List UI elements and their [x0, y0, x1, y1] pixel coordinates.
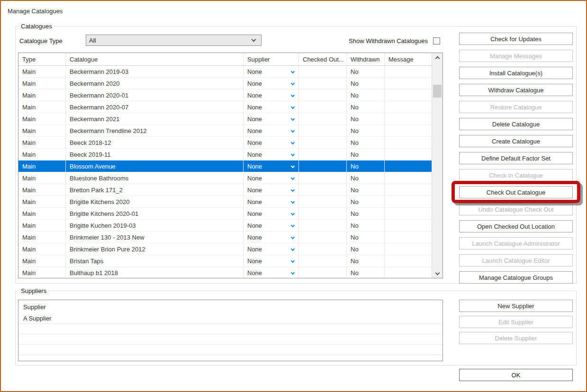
- cell-supplier[interactable]: None: [244, 184, 299, 196]
- restore-catalogue-button[interactable]: Restore Catalogue: [459, 101, 573, 113]
- cell-withdrawn: No: [347, 172, 385, 184]
- chevron-down-icon: [291, 235, 295, 239]
- cell-supplier[interactable]: None: [244, 243, 299, 255]
- scrollbar-thumb[interactable]: [433, 85, 442, 98]
- cell-supplier[interactable]: None: [244, 113, 299, 125]
- undo-catalogue-check-out-button[interactable]: Undo Catalogue Check Out: [459, 203, 573, 215]
- cell-type: Main: [18, 101, 66, 113]
- cell-supplier[interactable]: None: [244, 89, 299, 101]
- new-supplier-button[interactable]: New Supplier: [459, 300, 573, 312]
- column-header-withdrawn[interactable]: Withdrawn: [347, 53, 385, 65]
- catalogues-group-label: Catalogues: [19, 23, 54, 30]
- cell-type: Main: [18, 78, 66, 89]
- catalogue-row[interactable]: MainBrinkmeier 130 - 2013 NewNoneNo: [18, 232, 432, 243]
- cell-supplier[interactable]: None: [244, 196, 299, 207]
- supplier-row[interactable]: A Supplier: [18, 313, 443, 324]
- cell-supplier[interactable]: None: [244, 267, 299, 278]
- chevron-down-icon: [291, 223, 295, 227]
- cell-catalogue: Brinkmeier 130 - 2013 New: [66, 232, 244, 243]
- catalogue-row[interactable]: MainBristan TapsNoneNo: [18, 255, 432, 267]
- cell-type: Main: [18, 267, 66, 278]
- cell-message: [385, 89, 432, 101]
- define-default-factor-set-button[interactable]: Define Default Factor Set: [459, 152, 573, 164]
- catalogue-row[interactable]: MainBeckermann 2020-07NoneNo: [18, 101, 432, 113]
- launch-catalogue-administrator-button[interactable]: Launch Catalogue Administrator: [459, 237, 573, 249]
- cell-withdrawn: No: [347, 89, 385, 101]
- catalogue-row[interactable]: MainBrinkmeier Brion Pure 2012NoneNo: [18, 243, 432, 255]
- catalogue-row[interactable]: MainBeckermann 2019-03NoneNo: [18, 66, 432, 78]
- cell-type: Main: [18, 66, 66, 77]
- chevron-down-icon: [291, 141, 295, 144]
- catalogue-row[interactable]: MainBrigitte Kuchen 2019-03NoneNo: [18, 220, 432, 232]
- cell-checked-out: [299, 220, 347, 231]
- cell-type: Main: [18, 196, 66, 207]
- vertical-scrollbar[interactable]: [432, 53, 443, 278]
- cell-supplier[interactable]: None: [244, 101, 299, 113]
- catalogue-buttons-column: Check for UpdatesManage MessagesInstall …: [459, 33, 573, 284]
- cell-checked-out: [299, 184, 347, 196]
- cell-catalogue: Bulthaup b1 2018: [66, 267, 244, 278]
- column-header-checked-out[interactable]: Checked Out...: [299, 53, 347, 65]
- cell-supplier[interactable]: None: [244, 137, 299, 148]
- launch-catalogue-editor-button[interactable]: Launch Catalogue Editor: [459, 254, 573, 267]
- cell-supplier[interactable]: None: [244, 208, 299, 219]
- scroll-up-icon[interactable]: [432, 53, 443, 62]
- catalogue-row[interactable]: MainBrigitte Kitchens 2020-01NoneNo: [18, 208, 432, 220]
- check-in-catalogue-button[interactable]: Check In Catalogue: [459, 169, 573, 181]
- chevron-down-icon: [291, 176, 295, 180]
- column-header-type[interactable]: Type: [18, 53, 66, 65]
- check-out-catalogue-button[interactable]: Check Out Catalogue: [459, 186, 573, 198]
- cell-supplier[interactable]: None: [244, 232, 299, 243]
- column-header-supplier[interactable]: Supplier: [244, 53, 299, 65]
- manage-messages-button[interactable]: Manage Messages: [459, 50, 573, 62]
- cell-supplier[interactable]: None: [244, 172, 299, 184]
- catalogue-row[interactable]: MainBrigitte Kitchens 2020NoneNo: [18, 196, 432, 208]
- cell-message: [385, 160, 432, 172]
- catalogue-type-select[interactable]: All: [86, 35, 262, 46]
- ok-button[interactable]: OK: [459, 369, 573, 381]
- catalogue-row[interactable]: MainBeeck 2018-12NoneNo: [18, 137, 432, 149]
- install-catalogue-s-button[interactable]: Install Catalogue(s): [459, 67, 573, 79]
- cell-withdrawn: No: [347, 160, 385, 172]
- catalogue-row[interactable]: MainBluestone BathroomsNoneNo: [18, 172, 432, 184]
- chevron-down-icon: [291, 259, 295, 263]
- cell-supplier[interactable]: None: [244, 160, 299, 172]
- manage-catalogue-groups-button[interactable]: Manage Catalogue Groups: [459, 271, 573, 284]
- check-for-updates-button[interactable]: Check for Updates: [459, 33, 573, 45]
- cell-supplier[interactable]: None: [244, 66, 299, 77]
- cell-checked-out: [299, 125, 347, 136]
- delete-supplier-button[interactable]: Delete Supplier: [459, 332, 573, 344]
- column-header-catalogue[interactable]: Catalogue: [66, 53, 244, 65]
- show-withdrawn-checkbox[interactable]: [433, 37, 440, 45]
- cell-message: [385, 267, 432, 278]
- catalogue-row[interactable]: MainBulthaup b1 2018NoneNo: [18, 267, 432, 278]
- catalogue-row[interactable]: MainBlossom AvenueNoneNo: [18, 160, 432, 172]
- catalogue-row[interactable]: MainBeckermann 2021NoneNo: [18, 113, 432, 125]
- create-catalogue-button[interactable]: Create Catalogue: [459, 135, 573, 147]
- withdraw-catalogue-button[interactable]: Withdraw Catalogue: [459, 84, 573, 96]
- delete-catalogue-button[interactable]: Delete Catalogue: [459, 118, 573, 130]
- suppliers-list-body: A Supplier: [18, 313, 443, 361]
- catalogue-row[interactable]: MainBretton Park 171_2NoneNo: [18, 184, 432, 196]
- show-withdrawn-label: Show Withdrawn Catalogues: [338, 37, 428, 45]
- catalogue-row[interactable]: MainBeckermann 2020-01NoneNo: [18, 89, 432, 101]
- catalogue-row[interactable]: MainBeckermann 2020NoneNo: [18, 78, 432, 89]
- cell-supplier[interactable]: None: [244, 125, 299, 136]
- cell-catalogue: Beeck 2019-11: [66, 149, 244, 160]
- cell-supplier[interactable]: None: [244, 78, 299, 89]
- cell-supplier[interactable]: None: [244, 255, 299, 267]
- cell-checked-out: [299, 113, 347, 125]
- cell-type: Main: [18, 243, 66, 255]
- cell-supplier[interactable]: None: [244, 149, 299, 160]
- cell-type: Main: [18, 113, 66, 125]
- scroll-down-icon[interactable]: [432, 269, 443, 278]
- catalogue-row[interactable]: MainBeckermann Trendline 2012NoneNo: [18, 125, 432, 137]
- cell-catalogue: Brinkmeier Brion Pure 2012: [66, 243, 244, 255]
- catalogue-row[interactable]: MainBeeck 2019-11NoneNo: [18, 149, 432, 160]
- column-header-message[interactable]: Message: [385, 53, 432, 65]
- cell-catalogue: Bluestone Bathrooms: [66, 172, 244, 184]
- cell-supplier[interactable]: None: [244, 220, 299, 231]
- edit-supplier-button[interactable]: Edit Supplier: [459, 316, 573, 328]
- open-checked-out-location-button[interactable]: Open Checked Out Location: [459, 220, 573, 232]
- cell-checked-out: [299, 208, 347, 219]
